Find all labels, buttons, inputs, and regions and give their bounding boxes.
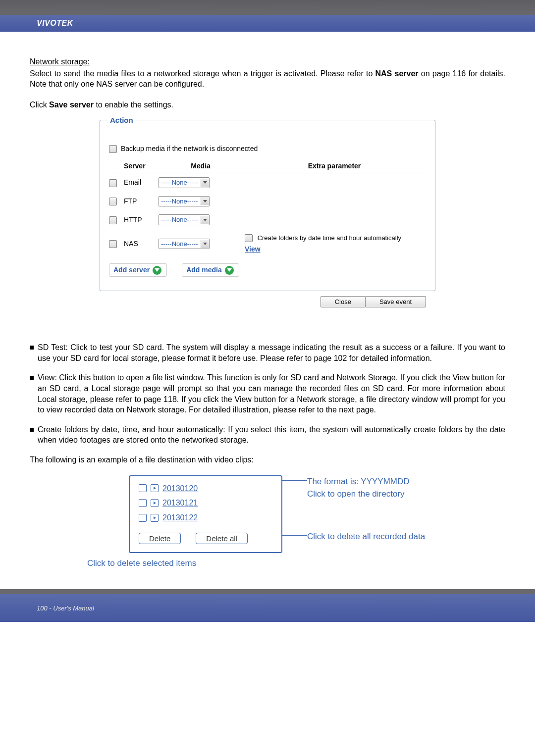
folder-checkbox[interactable] xyxy=(139,484,147,492)
note-del-selected: Click to delete selected items xyxy=(87,558,505,569)
row-http: HTTP -----None----- xyxy=(109,210,426,229)
row-ftp: FTP -----None----- xyxy=(109,192,426,211)
network-storage-paragraph: Select to send the media files to a netw… xyxy=(30,68,505,90)
click-save-paragraph: Click Save server to enable the settings… xyxy=(30,100,505,110)
nas-media-value: -----None----- xyxy=(161,240,198,249)
bullet-view-text: View: Click this button to open a file l… xyxy=(38,372,505,415)
http-media-value: -----None----- xyxy=(161,215,198,224)
bullet-view: View: Click this button to open a file l… xyxy=(30,372,505,415)
folder-link-1[interactable]: 20130121 xyxy=(162,498,198,508)
ns-text-bold: NAS server xyxy=(375,69,419,78)
open-folder-icon[interactable] xyxy=(151,514,159,522)
cs-c: to enable the settings. xyxy=(94,101,173,109)
backup-checkbox[interactable] xyxy=(109,145,117,153)
footer-text: 100 - User's Manual xyxy=(37,605,94,612)
page-footer: 100 - User's Manual xyxy=(0,589,535,622)
page-header: VIVOTEK xyxy=(0,0,535,32)
bullet-icon xyxy=(30,346,34,350)
action-legend: Action xyxy=(107,115,136,125)
delete-all-button[interactable]: Delete all xyxy=(196,533,248,544)
file-box: 20130120 20130121 20130122 Delete Delete… xyxy=(129,475,282,554)
close-button[interactable]: Close xyxy=(321,296,366,307)
nas-extra: Create folders by date time and hour aut… xyxy=(243,233,401,255)
row-nas: NAS -----None----- Create folders by dat… xyxy=(109,229,426,259)
bullet-sd-text: SD Test: Click to test your SD card. The… xyxy=(38,342,505,363)
bullet-create-text: Create folders by date, time, and hour a… xyxy=(38,424,505,446)
backup-row: Backup media if the network is disconnec… xyxy=(109,140,426,157)
folder-link-0[interactable]: 20130120 xyxy=(162,483,198,494)
bullet-create: Create folders by date, time, and hour a… xyxy=(30,424,505,446)
folder-checkbox[interactable] xyxy=(139,514,147,522)
email-checkbox[interactable] xyxy=(109,179,117,187)
nas-view-link[interactable]: View xyxy=(245,245,261,253)
ftp-label: FTP xyxy=(124,197,159,206)
http-checkbox[interactable] xyxy=(109,216,117,224)
network-storage-title: Network storage: xyxy=(30,57,90,66)
example-notes: The format is: YYYYMMDD Click to open th… xyxy=(307,475,425,543)
chevron-down-icon xyxy=(201,179,209,187)
server-table-head: Server Media Extra parameter xyxy=(109,157,426,173)
delete-row: Delete Delete all xyxy=(139,533,272,544)
note-open: Click to open the directory xyxy=(307,488,425,501)
head-media: Media xyxy=(159,161,243,171)
nas-create-label: Create folders by date time and hour aut… xyxy=(258,234,402,242)
note-format: The format is: YYYYMMDD xyxy=(307,477,410,486)
action-panel: Action Backup media if the network is di… xyxy=(100,120,435,291)
nas-media-select[interactable]: -----None----- xyxy=(159,239,210,250)
ftp-media-value: -----None----- xyxy=(161,197,198,206)
delete-button[interactable]: Delete xyxy=(139,533,181,544)
backup-label: Backup media if the network is disconnec… xyxy=(121,144,258,153)
http-media-select[interactable]: -----None----- xyxy=(159,214,210,225)
open-folder-icon[interactable] xyxy=(151,484,159,492)
down-arrow-icon xyxy=(225,266,234,275)
page-content: Network storage: Select to send the medi… xyxy=(0,32,535,589)
email-label: Email xyxy=(124,178,159,187)
note-format-line: The format is: YYYYMMDD xyxy=(307,475,425,488)
nas-checkbox[interactable] xyxy=(109,240,117,248)
add-media-label: Add media xyxy=(186,265,222,275)
cs-bold: Save server xyxy=(49,101,94,109)
open-folder-icon[interactable] xyxy=(151,499,159,507)
ftp-checkbox[interactable] xyxy=(109,198,117,205)
nas-label: NAS xyxy=(124,239,159,249)
folder-checkbox[interactable] xyxy=(139,499,147,507)
brand-logo: VIVOTEK xyxy=(37,19,73,28)
save-event-button[interactable]: Save event xyxy=(365,296,426,307)
bullet-list: SD Test: Click to test your SD card. The… xyxy=(30,342,505,446)
head-server: Server xyxy=(124,161,159,171)
ftp-media-select[interactable]: -----None----- xyxy=(159,196,210,207)
note-del-all-line: Click to delete all recorded data xyxy=(307,530,425,543)
example-intro: The following is an example of a file de… xyxy=(30,454,505,465)
ns-text-a: Select to send the media files to a netw… xyxy=(30,69,375,78)
bullet-icon xyxy=(30,428,34,432)
email-media-value: -----None----- xyxy=(161,178,198,187)
folder-row-2: 20130122 xyxy=(139,512,272,523)
add-server-label: Add server xyxy=(113,265,150,275)
add-row: Add server Add media xyxy=(109,258,426,277)
head-extra: Extra parameter xyxy=(243,161,426,171)
folder-row-0: 20130120 xyxy=(139,483,272,494)
chevron-down-icon xyxy=(201,216,209,224)
cs-a: Click xyxy=(30,101,49,109)
folder-row-1: 20130121 xyxy=(139,498,272,508)
chevron-down-icon xyxy=(201,197,209,205)
row-email: Email -----None----- xyxy=(109,173,426,192)
bullet-sd: SD Test: Click to test your SD card. The… xyxy=(30,342,505,363)
example-wrap: 20130120 20130121 20130122 Delete Delete… xyxy=(129,475,505,554)
add-server-button[interactable]: Add server xyxy=(109,263,167,277)
header-inner: VIVOTEK xyxy=(0,15,535,32)
nas-create-checkbox[interactable] xyxy=(245,234,253,242)
folder-link-2[interactable]: 20130122 xyxy=(162,512,198,523)
add-media-button[interactable]: Add media xyxy=(182,263,239,277)
email-media-select[interactable]: -----None----- xyxy=(159,177,210,188)
http-label: HTTP xyxy=(124,215,159,225)
down-arrow-icon xyxy=(153,266,161,275)
dialog-button-row: Close Save event xyxy=(109,296,426,307)
note-del-all: Click to delete all recorded data xyxy=(307,532,425,541)
bullet-icon xyxy=(30,376,34,380)
chevron-down-icon xyxy=(201,240,209,248)
